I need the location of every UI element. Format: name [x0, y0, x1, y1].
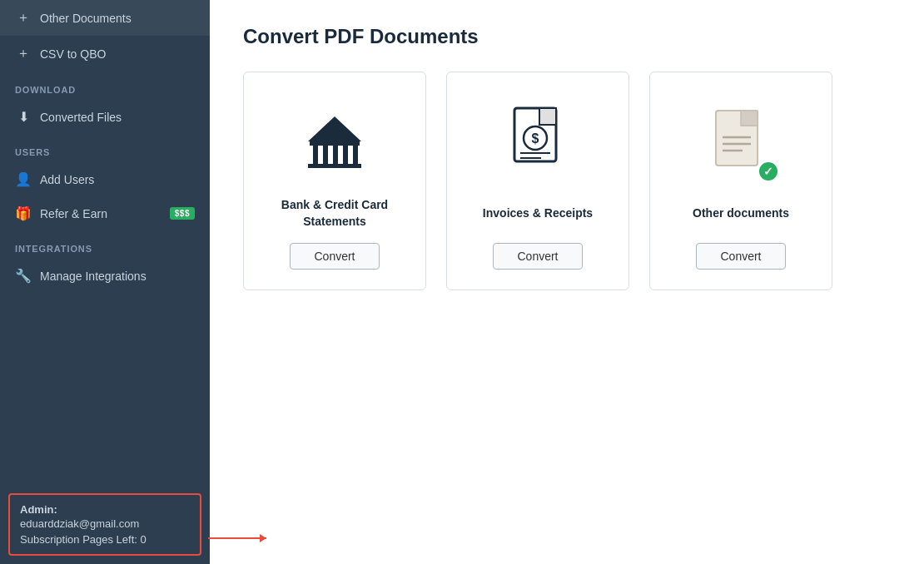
arrow-indicator: [208, 537, 266, 539]
cards-container: Bank & Credit Card Statements Convert $: [243, 72, 891, 290]
refer-earn-badge: $$$: [170, 207, 195, 220]
invoice-icon: $: [464, 97, 612, 189]
card-invoices-receipts: $ Invoices & Receipts Convert: [446, 72, 629, 290]
otherdoc-icon: ✓: [667, 97, 815, 189]
card-bank-credit-card: Bank & Credit Card Statements Convert: [243, 72, 426, 290]
section-label-integrations: INTEGRATIONS: [0, 230, 210, 259]
sidebar-item-label: Refer & Earn: [40, 207, 107, 220]
card-bank-title: Bank & Credit Card Statements: [261, 197, 409, 230]
doc-with-check: ✓: [711, 109, 771, 177]
sidebar-item-converted-files[interactable]: ⬇ Converted Files: [0, 100, 210, 134]
plus-icon: ＋: [15, 45, 32, 62]
card-other-documents: ✓ Other documents Convert: [649, 72, 832, 290]
sidebar-footer: Admin: eduarddziak@gmail.com Subscriptio…: [8, 493, 201, 556]
convert-button-other[interactable]: Convert: [696, 243, 785, 270]
page-title: Convert PDF Documents: [243, 25, 891, 48]
svg-rect-5: [353, 146, 358, 164]
plus-icon: ＋: [15, 9, 32, 27]
bank-icon: [261, 97, 409, 189]
download-icon: ⬇: [15, 109, 32, 125]
sidebar-item-label: Other Documents: [40, 12, 132, 25]
sidebar-item-label: Converted Files: [40, 111, 122, 124]
wrench-icon: 🔧: [15, 268, 32, 284]
sidebar-item-refer-earn[interactable]: 🎁 Refer & Earn $$$: [0, 196, 210, 230]
check-badge: ✓: [758, 161, 779, 182]
svg-rect-1: [313, 146, 318, 164]
svg-rect-0: [310, 141, 360, 146]
card-invoices-title: Invoices & Receipts: [483, 205, 593, 222]
svg-rect-2: [323, 146, 328, 164]
section-label-download: DOWNLOAD: [0, 72, 210, 100]
card-other-title: Other documents: [693, 205, 789, 222]
sidebar: ＋ Other Documents ＋ CSV to QBO DOWNLOAD …: [0, 0, 210, 564]
sidebar-item-label: Add Users: [40, 173, 94, 186]
sidebar-item-label: CSV to QBO: [40, 47, 106, 61]
svg-rect-6: [308, 164, 361, 168]
svg-rect-4: [343, 146, 348, 164]
sidebar-item-label: Manage Integrations: [40, 270, 147, 283]
user-icon: 👤: [15, 171, 32, 187]
admin-label: Admin:: [20, 503, 190, 516]
subscription-info: Subscription Pages Left: 0: [20, 533, 190, 546]
admin-email: eduarddziak@gmail.com: [20, 517, 190, 530]
svg-marker-7: [308, 116, 361, 141]
svg-rect-3: [333, 146, 338, 164]
sidebar-item-add-users[interactable]: 👤 Add Users: [0, 162, 210, 196]
convert-button-bank[interactable]: Convert: [290, 243, 379, 270]
gift-icon: 🎁: [15, 205, 32, 221]
section-label-users: USERS: [0, 134, 210, 162]
svg-text:$: $: [532, 131, 539, 146]
main-content: Convert PDF Documents Bank & Credit Card…: [210, 0, 924, 564]
sidebar-item-other-documents[interactable]: ＋ Other Documents: [0, 0, 210, 36]
convert-button-invoices[interactable]: Convert: [493, 243, 582, 270]
sidebar-item-csv-to-qbo[interactable]: ＋ CSV to QBO: [0, 36, 210, 72]
sidebar-item-manage-integrations[interactable]: 🔧 Manage Integrations: [0, 259, 210, 293]
